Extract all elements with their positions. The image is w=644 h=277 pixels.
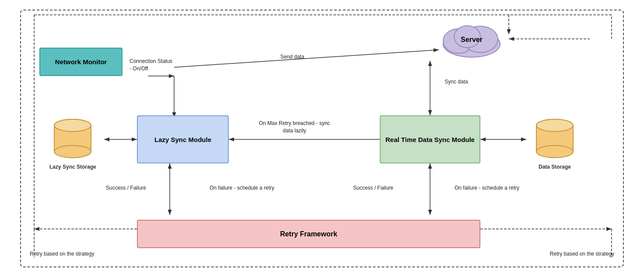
data-storage-cylinder-icon [535, 118, 574, 161]
success-failure-left-label: Success / Failure [98, 184, 154, 192]
svg-point-30 [536, 145, 573, 158]
svg-point-31 [536, 119, 573, 132]
server-cloud: Server [437, 20, 507, 59]
realtime-sync-module-label: Real Time Data Sync Module [385, 136, 475, 143]
retry-framework-box: Retry Framework [137, 220, 480, 248]
realtime-sync-module-box: Real Time Data Sync Module [380, 115, 480, 163]
connection-status-label: Connection Status - On/Off [130, 58, 173, 73]
on-failure-right-label: On failure - schedule a retry [454, 184, 520, 192]
lazy-sync-module-box: Lazy Sync Module [137, 115, 229, 163]
data-storage: Data Storage [535, 118, 574, 170]
send-data-label: Send data [266, 53, 318, 61]
retry-strategy-right-label: Retry based on the strategy [527, 250, 614, 258]
on-failure-left-label: On failure - schedule a retry [209, 184, 275, 192]
svg-point-26 [54, 145, 91, 158]
lazy-sync-storage-label: Lazy Sync Storage [49, 164, 96, 170]
server-label: Server [461, 36, 483, 44]
network-monitor-label: Network Monitor [55, 58, 107, 66]
success-failure-right-label: Success / Failure [345, 184, 402, 192]
retry-framework-label: Retry Framework [280, 230, 337, 238]
sync-data-label: Sync data [441, 78, 472, 86]
data-storage-label: Data Storage [539, 164, 571, 170]
lazy-sync-storage: Lazy Sync Storage [49, 118, 96, 170]
retry-strategy-left-label: Retry based on the strategy [30, 250, 117, 258]
on-max-retry-label: On Max Retry breached - sync data lazily [255, 120, 334, 135]
diagram-container: Network Monitor Connection Status - On/O… [20, 10, 624, 267]
lazy-sync-module-label: Lazy Sync Module [154, 136, 211, 143]
network-monitor-box: Network Monitor [39, 48, 122, 76]
lazy-storage-cylinder-icon [53, 118, 92, 161]
svg-point-27 [54, 119, 91, 132]
